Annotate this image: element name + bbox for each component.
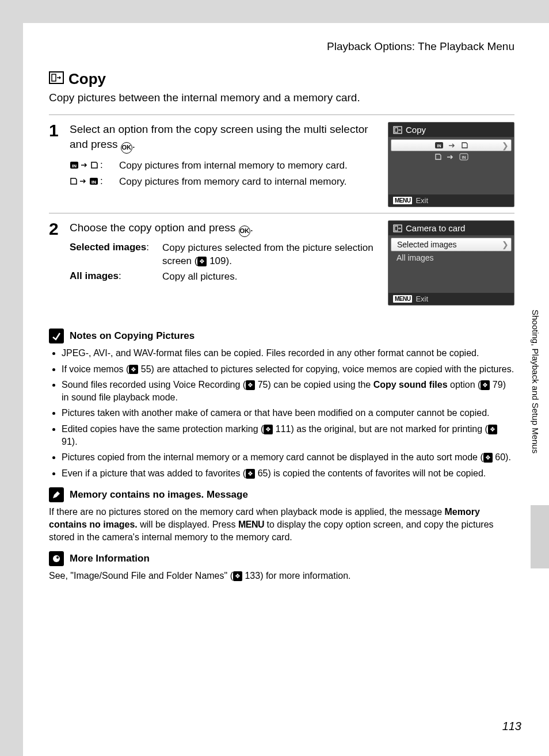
def-term: All images — [70, 270, 159, 282]
lcd-screenshot-1: Copy IN ❯ IN — [388, 122, 514, 207]
page-number: 113 — [502, 720, 521, 733]
note-item: Pictures copied from the internal memory… — [62, 451, 514, 464]
step-1: 1 Select an option from the copy screen … — [49, 122, 514, 207]
note-item: Edited copies have the same protection m… — [62, 423, 514, 448]
svg-text:IN: IN — [462, 155, 466, 159]
divider — [49, 114, 514, 115]
side-tab-thumb — [531, 505, 549, 568]
page-ref-icon: ❖ — [481, 380, 490, 390]
svg-text:IN: IN — [92, 180, 96, 185]
step-text: Choose the copy option and press OK. — [70, 220, 381, 237]
ok-icon: OK — [121, 142, 132, 154]
notes-heading: Notes on Copying Pictures — [49, 329, 514, 343]
page-ref-icon: ❖ — [197, 257, 207, 266]
def-selected-images: Selected images Copy pictures selected f… — [70, 242, 381, 268]
direction-card-to-mem: IN : Copy pictures from memory card to i… — [70, 175, 381, 188]
lcd-option-all: All images — [391, 251, 512, 264]
ok-icon: OK — [239, 226, 250, 237]
lcd-title: Copy — [406, 125, 426, 135]
lcd-footer-text: Exit — [415, 196, 428, 205]
arrow-right-icon — [79, 178, 87, 184]
note-item: Sound files recorded using Voice Recordi… — [62, 379, 514, 403]
caution-icon — [49, 329, 64, 343]
svg-rect-13 — [395, 226, 398, 231]
step-text: Select an option from the copy screen us… — [70, 122, 381, 154]
arrow-right-icon — [81, 162, 89, 168]
svg-rect-1 — [52, 74, 56, 81]
svg-point-14 — [53, 555, 60, 562]
page-heading: Copy — [49, 70, 514, 88]
step-number: 2 — [49, 220, 62, 306]
step-2: 2 Choose the copy option and press OK. S… — [49, 220, 514, 306]
more-info-heading: More Information — [49, 551, 514, 566]
info-icon — [49, 551, 64, 566]
divider — [49, 213, 514, 213]
internal-memory-icon: IN — [434, 142, 444, 149]
card-icon — [70, 177, 78, 185]
def-desc: Copy all pictures. — [162, 270, 381, 284]
copy-icon — [393, 126, 402, 134]
memory-note-heading: Memory contains no images. Message — [49, 487, 514, 502]
more-info-body: See, "Image/Sound File and Folder Names"… — [49, 570, 514, 582]
side-tab: Shooting, Playback and Setup Menus — [531, 305, 549, 558]
direction-desc: Copy pictures from internal memory to me… — [119, 159, 381, 172]
left-gutter — [0, 0, 23, 756]
svg-point-15 — [56, 556, 59, 559]
page-ref-icon: ❖ — [483, 453, 493, 463]
menu-text-icon: MENU — [238, 520, 264, 529]
lcd-option-selected: Selected images ❯ — [391, 238, 512, 251]
direction-mem-to-card: IN : Copy pictures from internal memory … — [70, 159, 381, 172]
lcd-footer-text: Exit — [415, 295, 428, 303]
svg-rect-7 — [395, 128, 398, 132]
intro-text: Copy pictures between the internal memor… — [49, 91, 514, 104]
note-item: JPEG-, AVI-, and WAV-format files can be… — [62, 347, 514, 360]
pencil-icon — [49, 487, 64, 502]
step-number: 1 — [49, 122, 62, 207]
side-tab-label: Shooting, Playback and Setup Menus — [531, 305, 540, 505]
card-icon — [90, 161, 98, 169]
internal-memory-icon: IN — [89, 177, 98, 185]
def-all-images: All images Copy all pictures. — [70, 270, 381, 284]
menu-badge: MENU — [393, 295, 412, 303]
arrow-right-icon — [448, 143, 456, 148]
card-icon — [434, 153, 442, 161]
svg-text:IN: IN — [72, 163, 77, 169]
top-gutter — [0, 0, 549, 23]
chevron-right-icon: ❯ — [502, 141, 509, 150]
copy-icon — [49, 70, 64, 88]
chapter-title: Playback Options: The Playback Menu — [49, 40, 514, 53]
page-ref-icon: ❖ — [246, 380, 255, 390]
memory-note-body: If there are no pictures stored on the m… — [49, 506, 514, 543]
note-item: If voice memos (❖ 55) are attached to pi… — [62, 363, 514, 376]
page-ref-icon: ❖ — [129, 365, 138, 375]
def-desc: Copy pictures selected from the picture … — [162, 242, 381, 268]
svg-text:IN: IN — [437, 144, 441, 148]
lcd-screenshot-2: Camera to card Selected images ❯ All ima… — [388, 220, 514, 306]
lcd-option-card-to-mem: IN — [391, 151, 512, 162]
notes-list: JPEG-, AVI-, and WAV-format files can be… — [49, 347, 514, 479]
direction-desc: Copy pictures from memory card to intern… — [119, 175, 381, 188]
lcd-title: Camera to card — [406, 223, 465, 233]
copy-icon — [393, 224, 402, 232]
page-ref-icon: ❖ — [488, 425, 497, 434]
lcd-option-mem-to-card: IN ❯ — [391, 139, 512, 151]
page-ref-icon: ❖ — [233, 571, 242, 581]
page-ref-icon: ❖ — [246, 469, 255, 479]
note-item: Even if a picture that was added to favo… — [62, 467, 514, 480]
heading-text: Copy — [68, 70, 106, 88]
arrow-right-icon — [447, 154, 455, 160]
note-item: Pictures taken with another make of came… — [62, 407, 514, 419]
internal-memory-icon: IN — [70, 161, 79, 169]
menu-badge: MENU — [393, 197, 412, 204]
card-icon — [461, 142, 468, 149]
page-ref-icon: ❖ — [264, 425, 273, 434]
internal-memory-icon: IN — [459, 153, 468, 161]
chevron-right-icon: ❯ — [502, 240, 509, 249]
def-term: Selected images — [70, 242, 159, 253]
